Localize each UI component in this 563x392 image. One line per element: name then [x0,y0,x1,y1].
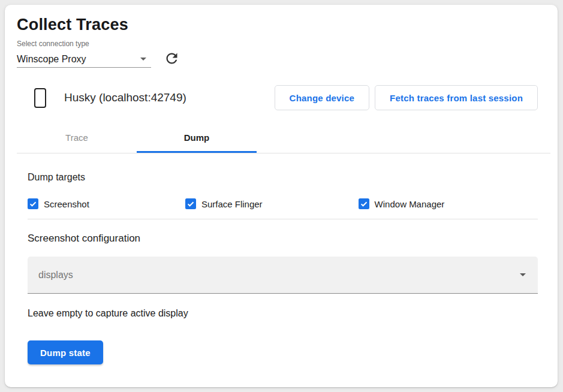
checkbox-label: Surface Flinger [201,199,263,209]
fetch-traces-button[interactable]: Fetch traces from last session [375,85,538,110]
device-row: Husky (localhost:42749) Change device Fe… [17,85,538,111]
tabs-divider-wrap [5,153,558,153]
check-icon [29,200,37,208]
connection-row: Winscope Proxy [17,50,538,69]
change-device-button[interactable]: Change device [275,85,369,110]
displays-select[interactable]: displays [28,257,538,294]
section-divider [28,219,538,219]
collect-traces-card: Collect Traces Select connection type Wi… [5,5,558,387]
refresh-icon [164,50,180,68]
dump-targets-heading: Dump targets [28,172,538,183]
displays-hint: Leave empty to capture active display [28,308,538,319]
checkbox-window-manager[interactable]: Window Manager [359,198,445,209]
check-icon [186,200,195,208]
connection-type-select[interactable]: Winscope Proxy [17,52,151,68]
check-icon [360,200,368,208]
chevron-down-icon [140,58,146,61]
checkbox-label: Window Manager [375,199,445,209]
card-top-section: Collect Traces Select connection type Wi… [5,5,558,153]
tabs-divider [17,153,550,153]
chevron-down-icon [520,273,526,276]
connection-type-value: Winscope Proxy [17,54,86,65]
checkbox-screenshot[interactable]: Screenshot [28,198,89,209]
checkbox-box [28,198,38,209]
checkbox-box [185,198,196,209]
connection-type-label: Select connection type [17,40,538,48]
page-title: Collect Traces [17,14,538,35]
dump-targets-row: Screenshot Surface Flinger Window Manage… [28,198,538,209]
tab-dump[interactable]: Dump [137,122,257,153]
device-name: Husky (localhost:42749) [64,91,186,104]
device-buttons: Change device Fetch traces from last ses… [275,85,538,110]
active-tab-indicator [137,151,257,153]
dump-tab-panel: Dump targets Screenshot Surface Flinger … [5,172,558,364]
screenshot-config-heading: Screenshot configuration [28,233,538,245]
checkbox-surface-flinger[interactable]: Surface Flinger [185,198,263,209]
tab-trace[interactable]: Trace [17,122,137,153]
checkbox-box [359,198,369,209]
tab-dump-label: Dump [184,132,210,143]
tab-trace-label: Trace [65,132,88,143]
checkbox-label: Screenshot [44,199,89,209]
dump-state-button[interactable]: Dump state [28,340,103,364]
tab-bar: Trace Dump [17,122,538,153]
smartphone-icon [34,88,46,108]
displays-select-placeholder: displays [38,270,73,281]
refresh-connection-button[interactable] [162,50,181,69]
